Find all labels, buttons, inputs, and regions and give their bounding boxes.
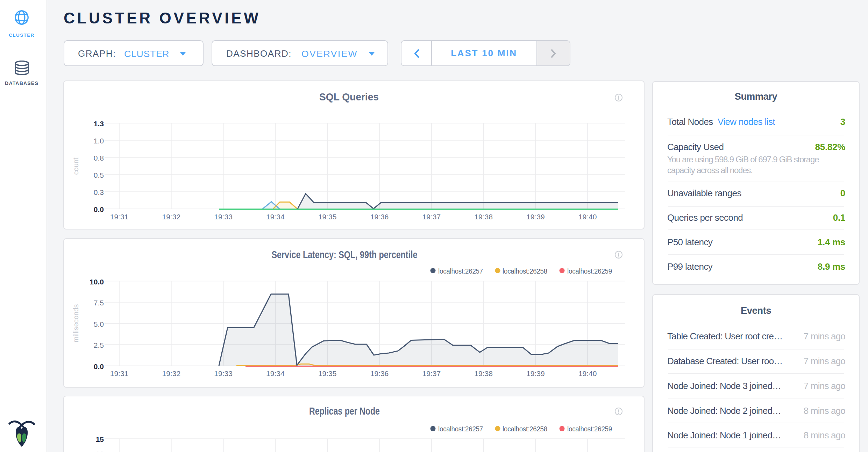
svg-text:localhost:26259: localhost:26259 <box>567 267 612 275</box>
svg-text:0.8: 0.8 <box>94 154 104 162</box>
svg-text:19:31: 19:31 <box>110 369 129 377</box>
svg-text:0.0: 0.0 <box>94 362 104 370</box>
svg-text:Service Latency: SQL, 99th per: Service Latency: SQL, 99th percentile <box>272 249 418 260</box>
svg-text:19:32: 19:32 <box>162 213 181 221</box>
svg-text:count: count <box>72 157 80 175</box>
svg-text:19:35: 19:35 <box>318 369 337 377</box>
svg-text:19:38: 19:38 <box>474 213 493 221</box>
svg-text:19:32: 19:32 <box>162 369 181 377</box>
svg-text:19:36: 19:36 <box>370 369 389 377</box>
svg-text:10.0: 10.0 <box>90 278 104 286</box>
svg-text:19:38: 19:38 <box>474 369 493 377</box>
svg-text:19:33: 19:33 <box>214 213 233 221</box>
svg-text:localhost:26257: localhost:26257 <box>438 267 483 275</box>
svg-text:1.0: 1.0 <box>94 137 104 145</box>
svg-text:19:39: 19:39 <box>526 213 545 221</box>
svg-text:19:40: 19:40 <box>578 369 597 377</box>
svg-text:0.5: 0.5 <box>94 171 104 179</box>
svg-text:0.0: 0.0 <box>94 205 104 213</box>
svg-text:localhost:26259: localhost:26259 <box>567 425 612 433</box>
svg-text:19:34: 19:34 <box>266 369 285 377</box>
svg-text:19:37: 19:37 <box>422 369 441 377</box>
svg-text:19:39: 19:39 <box>526 369 545 377</box>
svg-text:localhost:26258: localhost:26258 <box>503 267 547 275</box>
svg-text:19:33: 19:33 <box>214 369 233 377</box>
svg-text:19:37: 19:37 <box>422 213 441 221</box>
svg-text:0.3: 0.3 <box>94 188 104 196</box>
svg-text:5.0: 5.0 <box>94 320 104 328</box>
svg-text:milliseconds: milliseconds <box>72 304 80 342</box>
svg-text:localhost:26258: localhost:26258 <box>503 425 547 433</box>
svg-text:localhost:26257: localhost:26257 <box>438 425 483 433</box>
svg-text:19:31: 19:31 <box>110 213 129 221</box>
svg-text:7.5: 7.5 <box>94 299 104 307</box>
svg-text:1.3: 1.3 <box>94 120 104 128</box>
svg-text:19:34: 19:34 <box>266 213 285 221</box>
svg-text:SQL Queries: SQL Queries <box>319 91 379 103</box>
svg-text:19:36: 19:36 <box>370 213 389 221</box>
svg-text:19:40: 19:40 <box>578 213 597 221</box>
svg-text:2.5: 2.5 <box>94 341 104 349</box>
svg-text:10: 10 <box>96 450 104 452</box>
svg-text:19:35: 19:35 <box>318 213 337 221</box>
svg-text:Replicas per Node: Replicas per Node <box>309 405 380 417</box>
svg-text:15: 15 <box>96 435 104 443</box>
